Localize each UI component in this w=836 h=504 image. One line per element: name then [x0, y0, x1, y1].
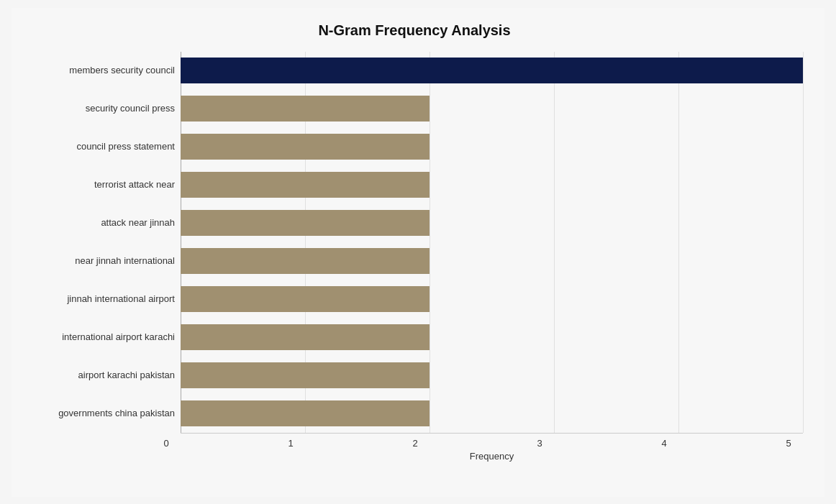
bar	[181, 286, 430, 312]
x-axis-title: Frequency	[181, 451, 803, 462]
x-tick-label: 2	[401, 438, 430, 449]
bar-row	[181, 93, 803, 124]
bar-row	[181, 283, 803, 315]
x-tick-labels: 012345	[181, 434, 803, 448]
bar	[181, 96, 430, 122]
y-label: attack near jinnah	[26, 204, 175, 242]
x-tick-label: 4	[650, 438, 678, 449]
plot-area	[181, 52, 803, 433]
bar-row	[181, 398, 803, 429]
bar-row	[181, 131, 803, 162]
bar	[181, 210, 430, 236]
y-axis-labels: members security councilsecurity council…	[26, 52, 181, 433]
x-tick-label: 0	[152, 438, 181, 449]
chart-area: members security councilsecurity council…	[26, 52, 803, 433]
x-axis: 012345 Frequency	[181, 433, 803, 462]
y-label: members security council	[26, 52, 175, 89]
bar-row	[181, 359, 803, 391]
bar-row	[181, 55, 803, 86]
x-tick-label: 1	[276, 438, 305, 449]
y-label: terrorist attack near	[26, 166, 175, 203]
bar-row	[181, 169, 803, 201]
bars-container	[181, 52, 803, 433]
y-label: security council press	[26, 90, 175, 127]
y-label: governments china pakistan	[26, 395, 175, 432]
y-label: jinnah international airport	[26, 280, 175, 318]
x-tick-label: 5	[774, 438, 803, 449]
bar-row	[181, 321, 803, 353]
y-label: airport karachi pakistan	[26, 357, 175, 394]
y-label: council press statement	[26, 128, 175, 165]
chart-container: N-Gram Frequency Analysis members securi…	[12, 8, 824, 497]
bar	[181, 324, 430, 350]
grid-and-bars	[181, 52, 803, 433]
y-label: international airport karachi	[26, 319, 175, 356]
bar	[181, 248, 430, 274]
bar	[181, 362, 430, 388]
chart-title: N-Gram Frequency Analysis	[26, 22, 803, 39]
x-tick-label: 3	[525, 438, 554, 449]
bar	[181, 172, 430, 198]
y-label: near jinnah international	[26, 242, 175, 280]
bar-row	[181, 245, 803, 277]
grid-line	[803, 52, 804, 433]
bar-row	[181, 207, 803, 239]
bar	[181, 58, 803, 83]
bar	[181, 134, 430, 160]
bar	[181, 400, 430, 426]
